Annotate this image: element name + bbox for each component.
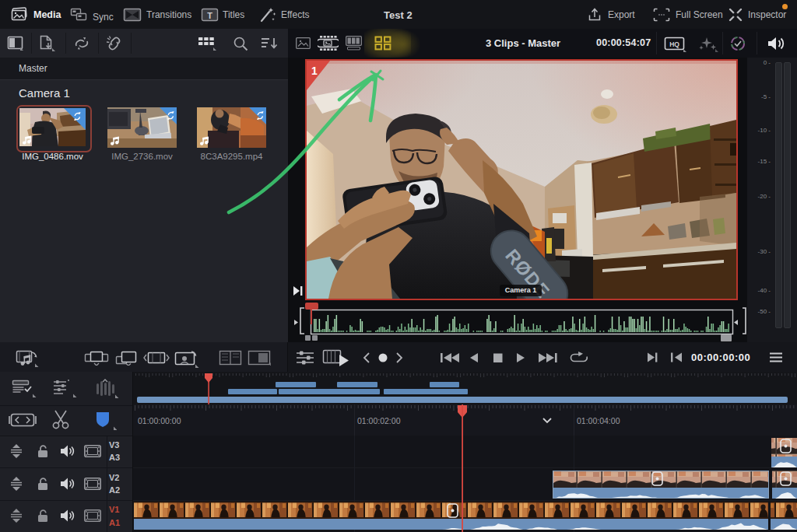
svg-text:T: T bbox=[207, 11, 212, 20]
svg-text:01:00:02:00: 01:00:02:00 bbox=[357, 416, 401, 425]
svg-text:1: 1 bbox=[311, 65, 318, 77]
svg-text:01:00:00:00: 01:00:00:00 bbox=[138, 416, 181, 425]
svg-text:HQ: HQ bbox=[669, 40, 679, 48]
svg-text:01:00:04:00: 01:00:04:00 bbox=[577, 416, 620, 425]
